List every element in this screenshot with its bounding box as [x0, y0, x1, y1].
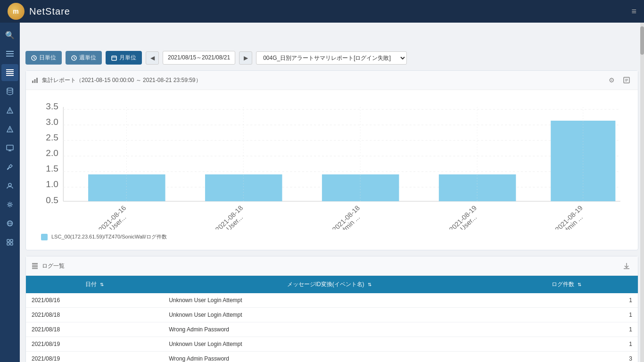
sidebar-item-search[interactable]: 🔍 [1, 26, 18, 43]
chart-bar-2 [205, 174, 282, 201]
svg-rect-26 [10, 243, 13, 245]
monthly-button[interactable]: 月単位 [106, 51, 142, 65]
sidebar-item-network[interactable] [1, 215, 18, 232]
cell-count: 1 [495, 293, 638, 308]
table-row: 2021/08/18Unknown User Login Attempt1 [26, 308, 638, 322]
table-row: 2021/08/19Wrong Admin Password3 [26, 352, 638, 362]
chart-header-left: 集計レポート（2021-08-15 00:00:00 ～ 2021-08-21 … [32, 76, 201, 84]
cell-count: 1 [495, 322, 638, 337]
svg-rect-1 [6, 53, 14, 54]
chart-container: 0.5 1.0 1.5 2.0 2.5 3.0 3.5 [33, 98, 630, 230]
sidebar-item-menu[interactable] [1, 45, 18, 62]
svg-text:1.5: 1.5 [46, 164, 58, 173]
sidebar-item-alert1[interactable] [1, 102, 18, 119]
table-row: 2021/08/19Unknown User Login Attempt1 [26, 337, 638, 352]
chart-area: 0.5 1.0 1.5 2.0 2.5 3.0 3.5 [26, 90, 638, 250]
col-date[interactable]: 日付 ⇅ [26, 276, 163, 293]
col-count[interactable]: ログ件数 ⇅ [495, 276, 638, 293]
svg-point-10 [9, 112, 10, 113]
svg-rect-39 [36, 78, 38, 83]
svg-rect-74 [32, 263, 38, 264]
sidebar-item-alert2[interactable] [1, 121, 18, 138]
svg-rect-25 [7, 243, 9, 245]
table-row: 2021/08/16Unknown User Login Attempt1 [26, 293, 638, 308]
sidebar-item-config[interactable] [1, 234, 18, 251]
chart-svg: 0.5 1.0 1.5 2.0 2.5 3.0 3.5 [33, 98, 630, 230]
chart-settings-icon[interactable]: ⚙ [606, 74, 617, 86]
svg-text:0.5: 0.5 [46, 195, 58, 205]
top-navigation: m NetStare ≡ [0, 0, 644, 23]
scrollbar[interactable] [640, 23, 644, 362]
cell-event: Unknown User Login Attempt [163, 308, 495, 322]
chart-actions: ⚙ [606, 74, 632, 86]
svg-rect-76 [32, 266, 38, 267]
chart-icon [32, 77, 38, 83]
daily-button[interactable]: 日単位 [25, 51, 62, 65]
svg-text:1.0: 1.0 [46, 179, 58, 189]
chart-card-header: 集計レポート（2021-08-15 00:00:00 ～ 2021-08-21 … [26, 71, 638, 90]
svg-rect-3 [6, 69, 14, 70]
legend-color-box [41, 234, 48, 240]
svg-point-7 [7, 88, 13, 90]
sort-date-icon: ⇅ [100, 282, 104, 287]
cell-event: Unknown User Login Attempt [163, 337, 495, 352]
app-title: NetStare [29, 6, 70, 17]
chart-export-icon[interactable] [621, 74, 632, 86]
sidebar-item-database[interactable] [1, 83, 18, 100]
sidebar-item-settings[interactable] [1, 196, 18, 213]
svg-rect-38 [34, 79, 36, 83]
svg-text:2.5: 2.5 [46, 132, 58, 142]
svg-rect-37 [32, 81, 33, 83]
sidebar-item-list[interactable] [1, 64, 18, 81]
cell-event: Wrong Admin Password [163, 352, 495, 362]
hamburger-menu-icon[interactable]: ≡ [631, 7, 636, 16]
report-selector[interactable]: 004G_日別アラートサマリレポート[ログイン失敗] [256, 51, 407, 65]
svg-text:3.0: 3.0 [46, 117, 58, 126]
cell-date: 2021/08/19 [26, 337, 163, 352]
sidebar-item-monitor[interactable] [1, 140, 18, 156]
chart-bar-4 [439, 174, 516, 201]
svg-rect-5 [6, 73, 14, 74]
chart-card: 集計レポート（2021-08-15 00:00:00 ～ 2021-08-21 … [25, 70, 638, 250]
scrollbar-thumb[interactable] [640, 26, 644, 55]
table-header-left: ログ一覧 [32, 262, 65, 270]
col-event[interactable]: メッセージID変換(イベント名) ⇅ [163, 276, 495, 293]
cell-date: 2021/08/18 [26, 322, 163, 337]
svg-rect-24 [10, 239, 13, 242]
svg-rect-0 [6, 51, 14, 52]
svg-line-17 [8, 168, 9, 169]
svg-point-18 [8, 183, 11, 186]
legend-label: LSC_00(172.23.61.59)/TZ470/SonicWall/ログ件… [51, 233, 167, 240]
svg-point-13 [9, 131, 10, 132]
sidebar-item-tools[interactable] [1, 158, 18, 175]
svg-line-32 [74, 58, 75, 59]
logo: m NetStare [8, 3, 70, 20]
table-icon [32, 263, 38, 269]
next-button[interactable]: ▶ [239, 51, 252, 65]
svg-rect-75 [32, 265, 38, 266]
data-table: 日付 ⇅ メッセージID変換(イベント名) ⇅ ログ件数 ⇅ 2021/08/1… [26, 276, 638, 362]
svg-rect-23 [7, 239, 9, 242]
table-body: 2021/08/16Unknown User Login Attempt1202… [26, 293, 638, 362]
cell-date: 2021/08/16 [26, 293, 163, 308]
chart-title: 集計レポート（2021-08-15 00:00:00 ～ 2021-08-21 … [42, 76, 201, 84]
weekly-button[interactable]: 週単位 [66, 51, 102, 65]
svg-rect-4 [6, 71, 14, 72]
table-card-header: ログ一覧 [26, 256, 638, 276]
cell-count: 1 [495, 337, 638, 352]
svg-rect-6 [6, 75, 14, 76]
table-header-row: 日付 ⇅ メッセージID変換(イベント名) ⇅ ログ件数 ⇅ [26, 276, 638, 293]
svg-text:2.0: 2.0 [46, 148, 58, 157]
cell-date: 2021/08/18 [26, 308, 163, 322]
chart-legend: LSC_00(172.23.61.59)/TZ470/SonicWall/ログ件… [33, 230, 630, 246]
svg-rect-2 [6, 56, 14, 57]
logo-icon: m [8, 3, 25, 20]
log-table-card: ログ一覧 日付 ⇅ メッセージID変換(イベント名) ⇅ [25, 256, 638, 362]
cell-event: Wrong Admin Password [163, 322, 495, 337]
prev-button[interactable]: ◀ [146, 51, 159, 65]
svg-point-19 [9, 204, 11, 206]
table-download-icon[interactable] [621, 260, 632, 272]
sort-event-icon: ⇅ [368, 282, 372, 287]
sidebar-item-user[interactable] [1, 177, 18, 194]
table-row: 2021/08/18Wrong Admin Password1 [26, 322, 638, 337]
